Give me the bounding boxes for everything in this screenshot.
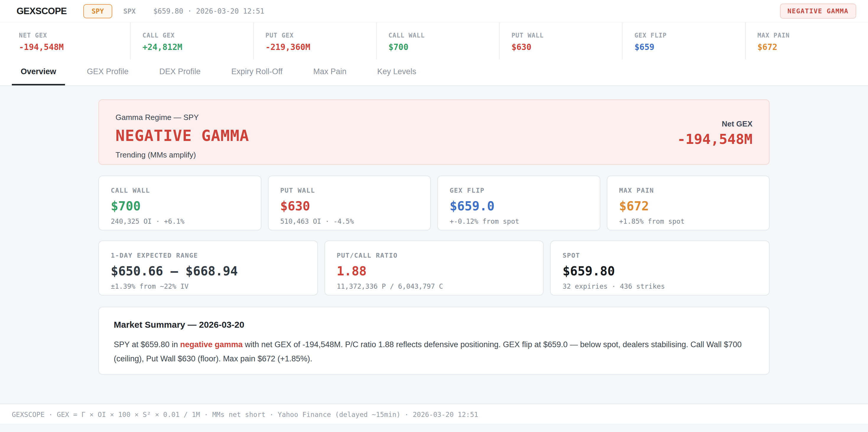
stat-value: $630	[512, 42, 619, 52]
card-label: PUT WALL	[280, 187, 418, 194]
ticker-button-spx[interactable]: SPX	[123, 7, 136, 15]
card-value: $700	[111, 199, 249, 213]
tab-key-levels[interactable]: Key Levels	[368, 59, 425, 85]
card-label: SPOT	[562, 252, 757, 259]
regime-left: Gamma Regime — SPY NEGATIVE GAMMA Trendi…	[116, 113, 249, 152]
app-footer: GEXSCOPE · GEX = Γ × OI × 100 × S² × 0.0…	[0, 404, 868, 424]
regime-subtitle: Trending (MMs amplify)	[116, 150, 249, 160]
summary-text-pre: SPY at $659.80 in	[114, 340, 180, 349]
regime-card-title: Gamma Regime — SPY	[116, 113, 249, 122]
regime-name: NEGATIVE GAMMA	[116, 127, 249, 145]
metric-cards-row-2: 1-DAY EXPECTED RANGE $650.66 — $668.94 ±…	[98, 241, 770, 296]
card-subtext: +-0.12% from spot	[450, 217, 588, 225]
stat-value: $700	[389, 42, 496, 52]
stat-label: GEX FLIP	[634, 32, 742, 39]
stat-call-wall: CALL WALL $700	[376, 23, 499, 59]
tab-overview[interactable]: Overview	[12, 59, 65, 85]
card-label: GEX FLIP	[450, 187, 588, 194]
card-value: $650.66 — $668.94	[111, 264, 306, 278]
stats-bar: NET GEX -194,548M CALL GEX +24,812M PUT …	[0, 23, 868, 59]
net-gex-label: Net GEX	[677, 119, 752, 128]
stat-value: +24,812M	[143, 42, 250, 52]
tab-dex-profile[interactable]: DEX Profile	[150, 59, 210, 85]
card-subtext: 32 expiries · 436 strikes	[562, 282, 757, 290]
app-header: GEXSCOPE SPY SPX $659.80 · 2026-03-20 12…	[0, 0, 868, 23]
stat-label: PUT WALL	[512, 32, 619, 39]
card-expected-range: 1-DAY EXPECTED RANGE $650.66 — $668.94 ±…	[98, 241, 318, 296]
stat-call-gex: CALL GEX +24,812M	[130, 23, 253, 59]
card-label: CALL WALL	[111, 187, 249, 194]
stat-label: CALL WALL	[389, 32, 496, 39]
spot-price-timestamp: $659.80 · 2026-03-20 12:51	[153, 7, 265, 16]
metric-cards-row-1: CALL WALL $700 240,325 OI · +6.1% PUT WA…	[98, 176, 770, 230]
card-gex-flip: GEX FLIP $659.0 +-0.12% from spot	[437, 176, 600, 230]
stat-value: $659	[634, 42, 742, 52]
main-content: Gamma Regime — SPY NEGATIVE GAMMA Trendi…	[0, 86, 868, 375]
card-value: 1.88	[337, 264, 531, 278]
ticker-switcher: SPY SPX	[83, 4, 135, 18]
market-summary-body: SPY at $659.80 in negative gamma with ne…	[114, 337, 754, 366]
stat-max-pain: MAX PAIN $672	[745, 23, 868, 59]
card-call-wall: CALL WALL $700 240,325 OI · +6.1%	[98, 176, 261, 230]
card-subtext: 510,463 OI · -4.5%	[280, 217, 418, 225]
stat-label: PUT GEX	[266, 32, 373, 39]
card-value: $659.80	[562, 264, 757, 278]
market-summary-title: Market Summary — 2026-03-20	[114, 320, 754, 330]
net-gex-value: -194,548M	[677, 131, 752, 147]
stat-value: -219,360M	[266, 42, 373, 52]
stat-label: MAX PAIN	[757, 32, 865, 39]
card-label: 1-DAY EXPECTED RANGE	[111, 252, 306, 259]
card-max-pain: MAX PAIN $672 +1.85% from spot	[607, 176, 770, 230]
stat-value: $672	[757, 42, 865, 52]
stat-label: CALL GEX	[143, 32, 250, 39]
card-put-wall: PUT WALL $630 510,463 OI · -4.5%	[268, 176, 431, 230]
card-spot: SPOT $659.80 32 expiries · 436 strikes	[550, 241, 770, 296]
card-value: $672	[619, 199, 757, 213]
tab-bar: Overview GEX Profile DEX Profile Expiry …	[0, 59, 868, 86]
card-put-call-ratio: PUT/CALL RATIO 1.88 11,372,336 P / 6,043…	[324, 241, 544, 296]
card-subtext: 240,325 OI · +6.1%	[111, 217, 249, 225]
tab-max-pain[interactable]: Max Pain	[304, 59, 355, 85]
stat-label: NET GEX	[19, 32, 127, 39]
card-label: MAX PAIN	[619, 187, 757, 194]
card-label: PUT/CALL RATIO	[337, 252, 531, 259]
card-value: $659.0	[450, 199, 588, 213]
stat-gex-flip: GEX FLIP $659	[622, 23, 745, 59]
summary-regime-highlight: negative gamma	[180, 340, 243, 349]
footer-info-line: GEXSCOPE · GEX = Γ × OI × 100 × S² × 0.0…	[12, 411, 868, 419]
market-summary-card: Market Summary — 2026-03-20 SPY at $659.…	[98, 307, 770, 375]
regime-status-badge: NEGATIVE GAMMA	[780, 4, 856, 19]
card-subtext: 11,372,336 P / 6,043,797 C	[337, 282, 531, 290]
tab-gex-profile[interactable]: GEX Profile	[78, 59, 137, 85]
app-logo: GEXSCOPE	[17, 6, 67, 17]
card-subtext: +1.85% from spot	[619, 217, 757, 225]
stat-put-wall: PUT WALL $630	[499, 23, 622, 59]
regime-right: Net GEX -194,548M	[677, 113, 752, 152]
ticker-button-spy[interactable]: SPY	[83, 4, 112, 18]
tab-expiry-roll-off[interactable]: Expiry Roll-Off	[222, 59, 291, 85]
stat-net-gex: NET GEX -194,548M	[7, 23, 130, 59]
stat-put-gex: PUT GEX -219,360M	[253, 23, 376, 59]
gamma-regime-card: Gamma Regime — SPY NEGATIVE GAMMA Trendi…	[98, 99, 770, 165]
card-value: $630	[280, 199, 418, 213]
card-subtext: ±1.39% from ~22% IV	[111, 282, 306, 290]
stat-value: -194,548M	[19, 42, 127, 52]
